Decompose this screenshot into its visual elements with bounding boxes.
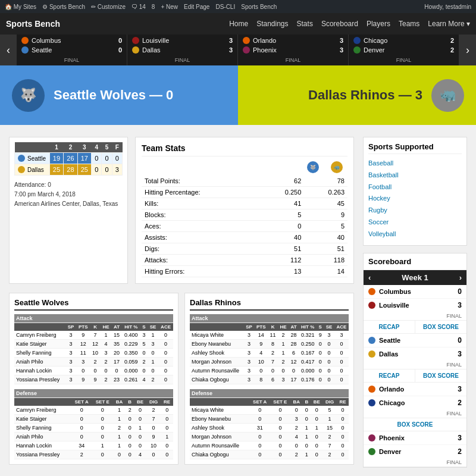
th-player <box>190 323 244 331</box>
dallas-name-ticker: Dallas <box>142 46 221 54</box>
orlando-score: 3 <box>335 37 343 44</box>
defense-stat: 0 <box>337 433 349 441</box>
defense-stat: 0 <box>311 450 322 459</box>
player-stat: 0 <box>324 340 334 349</box>
stats-row: Assists: 40 40 <box>142 232 347 243</box>
defense-stat: 0 <box>250 406 270 415</box>
aus-logo: 🦏 <box>331 161 343 173</box>
sport-item[interactable]: Hockey <box>368 193 462 205</box>
columbus-name: Columbus <box>32 37 111 44</box>
defense-stat: 0 <box>290 406 303 415</box>
sb-team1-name: Columbus <box>379 288 454 295</box>
player-stat: 11 <box>268 331 278 340</box>
scoreboard-prev[interactable]: ‹ <box>368 273 371 282</box>
sport-item[interactable]: Rugby <box>368 205 462 217</box>
sb-action-recap[interactable]: RECAP <box>364 321 415 333</box>
player-stat: 0.261 <box>122 375 140 384</box>
ticker-game-4: Chicago 2 Denver 2 FINAL <box>349 35 459 65</box>
player-stat: 2 <box>268 349 278 358</box>
seattle-team-cell: Seattle <box>15 153 50 164</box>
player-stat: 8 <box>254 375 268 384</box>
sport-item[interactable]: Soccer <box>368 217 462 228</box>
team-stats-title: Team Stats <box>142 143 347 156</box>
nav-home[interactable]: Home <box>229 20 248 28</box>
sb-action-recap[interactable]: RECAP <box>364 369 415 382</box>
scoreboard-game-4: Phoenix 3 Denver 2 FINAL <box>364 431 466 467</box>
stat-v1: 0.250 <box>261 187 305 198</box>
player-stat: 0.167 <box>299 349 317 358</box>
defense-stat: 0 <box>270 441 290 450</box>
player-stat: 0 <box>158 375 173 384</box>
player-stat: 28 <box>289 340 299 349</box>
def-th-1: SET A <box>250 398 270 406</box>
sport-item[interactable]: Volleyball <box>368 228 462 240</box>
admin-updates[interactable]: 8 <box>152 4 155 10</box>
defense-stat: 31 <box>250 424 270 433</box>
sport-item[interactable]: Basketball <box>368 170 462 181</box>
ticker-final-4: FINAL <box>353 57 454 63</box>
nav-standings[interactable]: Standings <box>256 20 288 28</box>
def-th-2: SET E <box>92 398 113 406</box>
nav-stats[interactable]: Stats <box>297 20 313 28</box>
seattle-s4: 0 <box>92 153 102 164</box>
scoreboard-next[interactable]: › <box>459 273 462 282</box>
stats-row: Digs: 51 51 <box>142 243 347 255</box>
admin-comments[interactable]: 🗨 14 <box>131 4 146 10</box>
dallas-s2: 28 <box>64 164 77 176</box>
sb-team2-name: Chicago <box>379 399 454 406</box>
sb-team2-dot <box>368 399 375 406</box>
stats-row: Blocks: 5 9 <box>142 209 347 221</box>
admin-bench[interactable]: Sports Bench <box>241 4 277 10</box>
player-stat: 20 <box>111 349 121 358</box>
ticker-prev[interactable]: ‹ <box>0 35 17 65</box>
defense-stat: 0 <box>250 415 270 424</box>
th-pts: PTS <box>76 323 90 331</box>
player-stat: 3 <box>278 375 289 384</box>
admin-ds-cli[interactable]: DS-CLI <box>215 4 235 10</box>
site-brand[interactable]: Sports Bench <box>6 19 60 29</box>
dallas-defense-table: Defense SET ASET EBABBEDIGRE Micaya Whit… <box>190 389 349 459</box>
player-stat: 0 <box>278 367 289 375</box>
defense-stat: 0 <box>302 406 311 415</box>
defense-stat: 0 <box>311 433 322 441</box>
sport-item[interactable]: Baseball <box>368 158 462 170</box>
stat-v2: 78 <box>304 176 347 187</box>
sb-team1-dot <box>368 337 375 344</box>
sb-action-box-score[interactable]: BOX SCORE <box>415 321 466 333</box>
defense-stat: 1 <box>113 433 126 441</box>
nav-teams[interactable]: Teams <box>399 20 419 28</box>
player-stat: 0.000 <box>122 367 140 375</box>
admin-sports-bench[interactable]: ⚙ Sports Bench <box>42 4 85 10</box>
ticker-next[interactable]: › <box>459 35 476 65</box>
defense-stat: 0 <box>311 441 322 450</box>
stat-v2: 45 <box>304 198 347 209</box>
player-stat: 1 <box>101 331 112 340</box>
th-player <box>14 323 65 331</box>
stat-label: Digs: <box>142 243 261 255</box>
score-th-1: 1 <box>49 142 63 153</box>
defense-stat: 2 <box>146 406 161 415</box>
admin-my-sites[interactable]: 🏠 My Sites <box>5 4 36 10</box>
admin-new[interactable]: + New <box>161 4 178 10</box>
sb-action-box-score[interactable]: BOX SCORE <box>415 369 466 382</box>
th-k: K <box>268 323 278 331</box>
player-stat: 0 <box>334 367 349 375</box>
nav-players[interactable]: Players <box>367 20 390 28</box>
admin-edit-page[interactable]: Edit Page <box>184 4 209 10</box>
sb-team1-dot <box>368 288 375 295</box>
nav-learn-more[interactable]: Learn More ▾ <box>428 20 470 28</box>
sb-action-box-score[interactable]: BOX SCORE <box>364 418 466 431</box>
defense-stat: 2 <box>322 433 337 441</box>
defense-stat: 0 <box>270 424 290 433</box>
defense-stat: 0 <box>161 450 173 459</box>
defense-stat: 0 <box>270 433 290 441</box>
player-stat: 2 <box>90 358 100 367</box>
player-stat: 0 <box>324 375 334 384</box>
stat-label: Aces: <box>142 221 261 232</box>
nav-scoreboard[interactable]: Scoreboard <box>321 20 358 28</box>
sport-item[interactable]: Football <box>368 181 462 193</box>
admin-customize[interactable]: ✏ Customize <box>91 4 126 10</box>
player-stat: 0 <box>334 358 349 367</box>
columbus-score: 0 <box>114 37 122 44</box>
defense-row: Micaya White0000050 <box>190 406 349 415</box>
